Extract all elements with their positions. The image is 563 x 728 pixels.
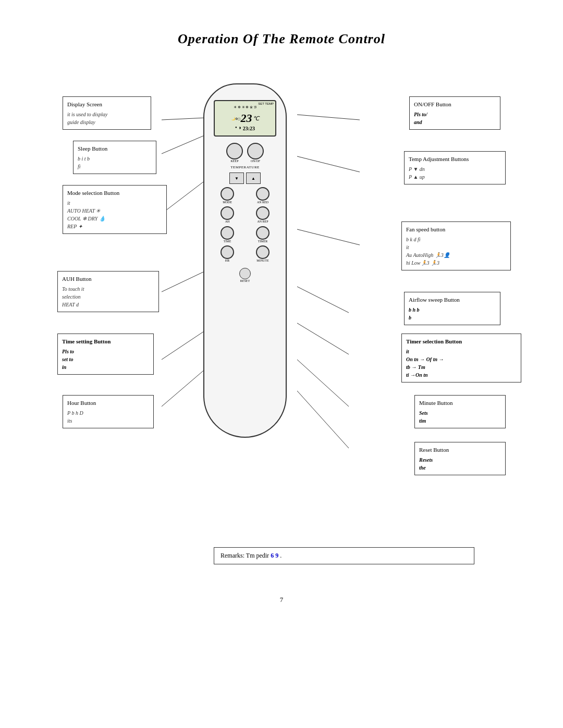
timer-button[interactable] bbox=[256, 226, 270, 240]
time-button[interactable] bbox=[221, 226, 234, 240]
timer-selection-line2: On tn → Of tn → bbox=[406, 355, 517, 363]
page-container: Operation Of The Remote Control bbox=[0, 31, 563, 604]
timer-btn-group: TIMER bbox=[256, 226, 270, 243]
display-screen-title: Display Screen bbox=[67, 100, 146, 109]
keep-label: KEEP bbox=[231, 159, 239, 163]
mode-selection-line4: REP ✦ bbox=[67, 223, 162, 230]
minute-label: MINUTE bbox=[256, 259, 268, 263]
hr-minute-row: HR MINUTE bbox=[204, 245, 286, 263]
fan-speed-title: Fan speed button bbox=[406, 225, 506, 234]
onof-btn-group: ON/OF bbox=[247, 143, 264, 163]
anred-btn-group: AN RED bbox=[256, 187, 270, 204]
keep-btn-group: KEEP bbox=[226, 143, 243, 163]
diagram-area: ☀ ❄ ✳ ❄ ※ 𝔅 SET TEMP 🌙⚙◻ 23 ℃ ●◗ 23:23 K… bbox=[0, 68, 563, 537]
mode-btn-group: MODE bbox=[221, 187, 234, 204]
page-title: Operation Of The Remote Control bbox=[0, 31, 563, 47]
mode-selection-title: Mode selection Button bbox=[67, 189, 162, 198]
screen-time: 23:23 bbox=[243, 126, 255, 131]
timer-selection-line4: ti →On tn bbox=[406, 371, 517, 379]
remote-control: ☀ ❄ ✳ ❄ ※ 𝔅 SET TEMP 🌙⚙◻ 23 ℃ ●◗ 23:23 K… bbox=[203, 83, 287, 438]
airflow-sweep-line1: b h b bbox=[409, 306, 496, 314]
svg-line-12 bbox=[297, 391, 349, 448]
an-rep-button[interactable] bbox=[256, 206, 270, 220]
minute-button[interactable] bbox=[256, 245, 270, 259]
ah-button[interactable] bbox=[221, 206, 234, 220]
svg-line-10 bbox=[297, 323, 349, 354]
auh-button-title: AUH Button bbox=[62, 275, 154, 283]
display-screen-line2: guide display bbox=[67, 118, 146, 126]
on-off-line2: and bbox=[414, 118, 496, 126]
mode-button[interactable] bbox=[221, 187, 234, 201]
time-label: TIME bbox=[224, 240, 231, 243]
hour-button-title: Hour Button bbox=[67, 399, 149, 408]
reset-button-box: Reset Button Resets the bbox=[414, 442, 506, 475]
remarks-box: Remarks: Tm pedir 6 9 . bbox=[214, 547, 474, 564]
screen-temp-area: 🌙⚙◻ 23 ℃ bbox=[231, 112, 259, 125]
reset-button[interactable] bbox=[239, 268, 251, 279]
screen-temp: 23 bbox=[241, 112, 252, 125]
sleep-button-line1: b i t b bbox=[78, 155, 152, 163]
sleep-button-box: Sleep Button b i t b fi bbox=[73, 141, 156, 174]
screen-icons: ☀ ❄ ✳ ❄ ※ 𝔅 bbox=[234, 105, 256, 109]
time-setting-box: Time setting Button Pls to set to in bbox=[57, 334, 154, 375]
screen-mode-icons: 🌙⚙◻ bbox=[231, 117, 240, 120]
hr-label: HR bbox=[225, 259, 229, 263]
reset-button-title: Reset Button bbox=[419, 446, 501, 454]
fan-speed-line4: hi Low🏃3 🏃3 bbox=[406, 259, 506, 267]
keep-onof-row: KEEP ON/OF bbox=[226, 143, 264, 163]
remarks-end: . bbox=[280, 552, 282, 559]
time-setting-title: Time setting Button bbox=[62, 337, 149, 346]
time-setting-line2: set to bbox=[62, 355, 149, 363]
temp-up-button[interactable]: ▲ bbox=[246, 172, 261, 184]
display-screen-box: Display Screen it is used to display gui… bbox=[63, 96, 151, 130]
hour-button-box: Hour Button P b h D its bbox=[63, 395, 154, 428]
reset-button-line1: Resets bbox=[419, 456, 501, 464]
hour-button-line2: its bbox=[67, 417, 149, 425]
airflow-sweep-title: Airflow sweep Button bbox=[409, 295, 496, 304]
on-off-line1: Pls to/ bbox=[414, 110, 496, 118]
temp-buttons-row: ▼ ▲ bbox=[229, 172, 261, 184]
anrep-btn-group: AN REP bbox=[256, 206, 270, 224]
remarks-label: Remarks: bbox=[221, 552, 244, 559]
sleep-button-line2: fi bbox=[78, 163, 152, 170]
onof-button[interactable] bbox=[247, 143, 264, 159]
remote-display-screen: ☀ ❄ ✳ ❄ ※ 𝔅 SET TEMP 🌙⚙◻ 23 ℃ ●◗ 23:23 bbox=[214, 100, 276, 137]
reset-button-line2: the bbox=[419, 464, 501, 472]
time-btn-group: TIME bbox=[221, 226, 234, 243]
on-off-box: ON/OFF Button Pls to/ and bbox=[409, 96, 500, 130]
on-off-title: ON/OFF Button bbox=[414, 100, 496, 109]
hr-button[interactable] bbox=[221, 245, 234, 259]
auh-button-box: AUH Button To touch it selection HEAT d bbox=[57, 271, 159, 312]
screen-temp-unit: ℃ bbox=[253, 115, 259, 122]
temp-adj-line2: P ▲ up bbox=[409, 173, 501, 181]
temperature-label: TEMPERATURE bbox=[230, 165, 260, 169]
mode-selection-line1: it bbox=[67, 199, 162, 207]
svg-line-7 bbox=[297, 156, 360, 172]
mode-selection-box: Mode selection Button it AUTO HEAT ✳ COO… bbox=[63, 185, 167, 234]
reset-label: RESET bbox=[240, 279, 250, 283]
ah-btn-group: AH bbox=[221, 206, 234, 224]
minute-button-box: Minute Button Sets tim bbox=[414, 395, 506, 428]
minute-btn-group: MINUTE bbox=[256, 245, 270, 263]
time-setting-line3: in bbox=[62, 363, 149, 371]
onof-label: ON/OF bbox=[251, 159, 260, 163]
mode-anred-row: MODE AN RED bbox=[204, 187, 286, 204]
temp-down-button[interactable]: ▼ bbox=[229, 172, 244, 184]
temp-adj-line1: P ▼ dn bbox=[409, 165, 501, 173]
ah-anrep-row: AH AN REP bbox=[204, 206, 286, 224]
mode-selection-line2: AUTO HEAT ✳ bbox=[67, 207, 162, 215]
timer-selection-box: Timer selection Button it On tn → Of tn … bbox=[401, 334, 521, 382]
auh-button-line2: selection bbox=[62, 293, 154, 301]
timer-selection-line1: it bbox=[406, 348, 517, 355]
reset-btn-group: RESET bbox=[239, 266, 251, 283]
time-setting-line1: Pls to bbox=[62, 348, 149, 355]
airflow-sweep-box: Airflow sweep Button b h b b bbox=[404, 292, 500, 325]
svg-line-11 bbox=[297, 360, 349, 406]
page-number: 7 bbox=[0, 596, 563, 604]
display-screen-line1: it is used to display bbox=[67, 110, 146, 118]
timer-selection-line3: tb → Tm bbox=[406, 363, 517, 371]
keep-button[interactable] bbox=[226, 143, 243, 159]
an-red-button[interactable] bbox=[256, 187, 270, 201]
timer-label: TIMER bbox=[258, 240, 268, 243]
mode-label: MODE bbox=[223, 201, 232, 204]
